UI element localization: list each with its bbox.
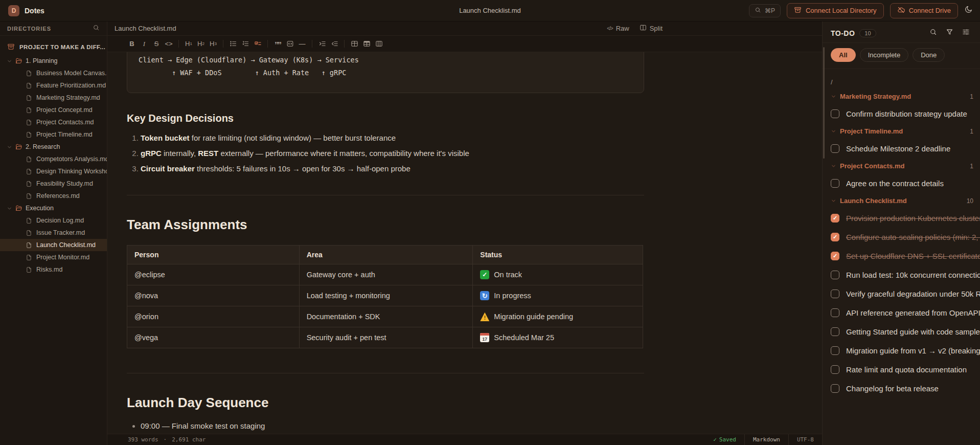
archive-icon [7,43,15,51]
file-row-design-thinking-workshop-res-[interactable]: Design Thinking Workshop Res... [0,165,107,177]
columns-icon[interactable] [373,38,385,50]
theme-toggle-button[interactable] [964,5,973,16]
checkbox-unchecked[interactable] [831,290,839,298]
todo-group-project-contacts-md[interactable]: Project Contacts.md1 [831,158,980,174]
todo-filter-button[interactable] [946,28,953,38]
app-window: D Dotes Launch Checklist.md ⌘P Connect L… [0,0,980,445]
todo-item[interactable]: Changelog for beta release [831,379,980,398]
todo-item[interactable]: ✓Configure auto-scaling policies (min: 2… [831,228,980,247]
file-row-project-concept-md[interactable]: Project Concept.md [0,104,107,116]
todo-item[interactable]: Verify graceful degradation under 50k RP… [831,284,980,303]
folder-row-execution[interactable]: Execution [0,202,107,214]
h2-icon[interactable]: H2 [195,38,207,50]
table-header-icon[interactable] [360,38,373,50]
todo-group-marketing-strategy-md[interactable]: Marketing Strategy.md1 [831,88,980,104]
filter-all[interactable]: All [831,48,856,62]
checkbox-unchecked[interactable] [831,109,839,118]
checkbox-unchecked[interactable] [831,144,839,153]
todo-root-label: / [831,75,980,88]
checkbox-unchecked[interactable] [831,365,839,374]
formatting-toolbar: BIS<>H1H2H3””— [107,36,822,52]
file-row-decision-log-md[interactable]: Decision Log.md [0,214,107,227]
file-row-project-contacts-md[interactable]: Project Contacts.md [0,116,107,128]
code-block-icon[interactable] [284,38,296,50]
file-row-references-md[interactable]: References.md [0,190,107,202]
file-name: Risks.md [36,266,62,273]
split-view-button[interactable]: Split [640,24,663,33]
task-list-icon[interactable] [252,38,264,50]
todo-group-launch-checklist-md[interactable]: Launch Checklist.md10 [831,193,980,209]
horizontal-rule [127,195,644,195]
project-root[interactable]: PROJECT TO MAKE A DIFF... [0,36,107,55]
todo-search-button[interactable] [929,28,937,38]
checkbox-unchecked[interactable] [831,327,839,336]
todo-item[interactable]: Agree on the contract details [831,174,980,193]
file-row-project-monitor-md[interactable]: Project Monitor.md [0,251,107,263]
todo-item[interactable]: Run load test: 10k concurrent connection… [831,265,980,284]
h1-icon[interactable]: H1 [183,38,195,50]
quote-icon[interactable]: ”” [271,38,284,50]
todo-item-label: Verify graceful degradation under 50k RP… [846,290,980,298]
todo-item[interactable]: Schedule Milestone 2 deadline [831,139,980,158]
checkbox-unchecked[interactable] [831,384,839,393]
sidebar-search-button[interactable] [93,24,100,33]
checkbox-unchecked[interactable] [831,271,839,279]
checkbox-unchecked[interactable] [831,179,839,188]
filter-incomplete[interactable]: Incomplete [860,48,909,62]
file-row-business-model-canvas-md[interactable]: Business Model Canvas.md [0,67,107,79]
ordered-list-icon[interactable] [239,38,252,50]
checkbox-unchecked[interactable] [831,308,839,317]
file-row-feasibility-study-md[interactable]: Feasibility Study.md [0,177,107,190]
todo-item[interactable]: Getting Started guide with code samples … [831,322,980,341]
todo-settings-button[interactable] [962,28,970,38]
todo-item[interactable]: Confirm distribution strategy update [831,104,980,123]
checkbox-checked[interactable]: ✓ [831,233,839,241]
italic-icon[interactable]: I [138,38,150,50]
todo-item[interactable]: Rate limit and quota documentation [831,360,980,379]
todo-group-project-timeline-md[interactable]: Project Timeline.md1 [831,123,980,139]
file-row-feature-prioritization-md[interactable]: Feature Prioritization.md [0,79,107,92]
filter-done[interactable]: Done [913,48,945,62]
checkbox-unchecked[interactable] [831,346,839,355]
scrollbar-thumb[interactable] [823,47,825,159]
connect-drive-button[interactable]: Connect Drive [890,3,958,18]
encoding-indicator[interactable]: UTF-8 [788,434,822,445]
file-row-issue-tracker-md[interactable]: Issue Tracker.md [0,227,107,239]
indent-icon[interactable] [316,38,328,50]
outdent-icon[interactable] [328,38,340,50]
todo-item[interactable]: ✓Set up Cloudflare DNS + SSL certificate… [831,247,980,265]
heading-key-design-decisions: Key Design Decisions [127,113,644,124]
todo-group-file: Launch Checklist.md [840,197,907,205]
chevron-down-icon [7,206,12,211]
cloud-off-icon [897,6,905,15]
strikethrough-icon[interactable]: S [150,38,163,50]
raw-view-button[interactable]: </> Raw [607,24,629,33]
folder-row-1-planning[interactable]: 1. Planning [0,55,107,67]
checkbox-checked[interactable]: ✓ [831,214,839,222]
bullet-list-icon[interactable] [227,38,239,50]
connect-local-directory-button[interactable]: Connect Local Directory [787,3,884,18]
format-indicator[interactable]: Markdown [744,434,788,445]
todo-item[interactable]: ✓Provision production Kubernetes cluster… [831,209,980,228]
editor-content[interactable]: Client → Edge (Cloudflare) → Gateway (K8… [107,52,822,434]
file-row-risks-md[interactable]: Risks.md [0,263,107,276]
file-row-launch-checklist-md[interactable]: Launch Checklist.md [0,239,107,251]
h3-icon[interactable]: H3 [207,38,219,50]
global-search-button[interactable]: ⌘P [749,4,781,17]
file-row-project-timeline-md[interactable]: Project Timeline.md [0,128,107,141]
file-icon [26,266,32,273]
file-row-marketing-strategy-md[interactable]: Marketing Strategy.md [0,92,107,104]
todo-item[interactable]: Migration guide from v1 → v2 (breaking c… [831,341,980,360]
horizontal-rule-icon[interactable]: — [296,38,308,50]
saved-status: ✓ Saved [705,434,744,445]
connect-drive-label: Connect Drive [909,7,951,14]
folder-row-2-research[interactable]: 2. Research [0,141,107,153]
bold-icon[interactable]: B [126,38,138,50]
column-header-person: Person [127,246,300,264]
tab-launch-checklist[interactable]: Launch Checklist.md [115,25,176,32]
checkbox-checked[interactable]: ✓ [831,252,839,260]
inline-code-icon[interactable]: <> [163,38,175,50]
file-row-competotors-analysis-md[interactable]: Competotors Analysis.md [0,153,107,165]
table-icon[interactable] [348,38,360,50]
todo-item[interactable]: API reference generated from OpenAPI spe [831,303,980,322]
